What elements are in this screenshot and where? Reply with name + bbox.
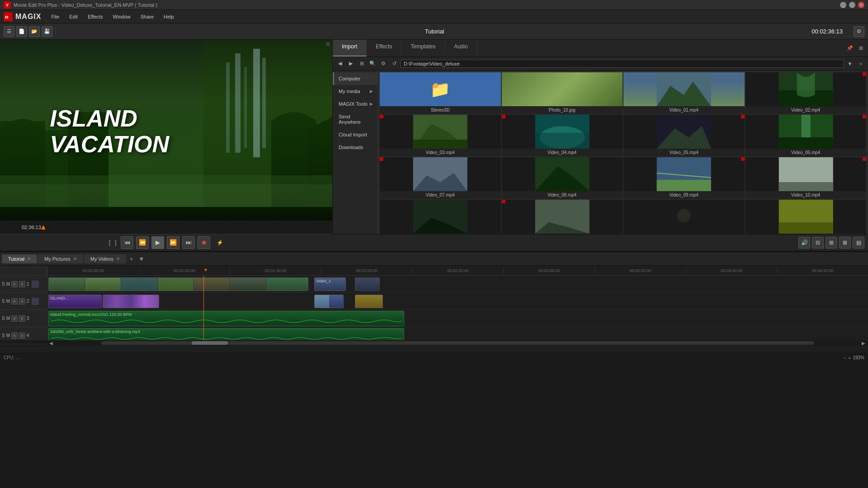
scroll-right-btn[interactable]: ▶ [862, 341, 866, 346]
track-2-ctrl1[interactable]: ≤ [11, 298, 18, 305]
refresh-button[interactable]: ↺ [390, 59, 399, 68]
volume-button[interactable]: 🔊 [798, 237, 810, 249]
timeline-tab-pictures[interactable]: My Pictures ✕ [38, 254, 83, 263]
track-4-num: 4 [27, 333, 29, 338]
media-item-stereo3d[interactable]: 📁 Stereo3D [380, 72, 501, 114]
media-item-video11[interactable]: Video_11.mp4 [380, 200, 501, 234]
audio-clip-label: Island Feeling_normal.mxcOGG 120.00 BPM [49, 311, 404, 318]
view-mode-2[interactable]: ⊞ [826, 237, 837, 249]
storyboard-btn[interactable]: ▤ [853, 237, 864, 249]
tab-videos-close[interactable]: ✕ [116, 256, 120, 261]
go-to-start-button[interactable]: ⏮ [121, 236, 133, 249]
toolbar-extra-btn[interactable]: ⚙ [854, 26, 864, 37]
media-item-video02[interactable]: Video_02.mp4 [745, 72, 867, 114]
close-button[interactable]: ✕ [858, 2, 864, 8]
left-item-send-anywhere[interactable]: Send Anywhere [333, 110, 377, 128]
tab-audio[interactable]: Audio [445, 40, 477, 56]
tab-pictures-close[interactable]: ✕ [73, 256, 77, 261]
step-forward-button[interactable]: ⏩ [167, 236, 179, 249]
track-3-ctrl1[interactable]: ≤ [11, 315, 18, 322]
media-item-video14[interactable]: Video_14.mp4 [745, 200, 867, 234]
menu-share[interactable]: Share [136, 12, 158, 21]
media-item-video03[interactable]: Video_03.mp4 [380, 115, 501, 156]
scroll-left-btn[interactable]: ◀ [49, 341, 54, 346]
svg-rect-13 [0, 184, 332, 207]
timeline-content[interactable]: Video_1 ISLAND... [47, 276, 868, 340]
panel-expand-button[interactable]: ⊞ [856, 44, 865, 53]
maximize-button[interactable]: □ [849, 2, 855, 8]
media-item-video04[interactable]: Video_04.mp4 [502, 115, 623, 156]
toolbar-open-btn[interactable]: 📂 [29, 26, 40, 37]
track-2-clip-2[interactable] [103, 295, 159, 308]
step-back-button[interactable]: ⏪ [136, 236, 149, 249]
tab-effects[interactable]: Effects [367, 40, 401, 56]
left-item-downloads[interactable]: Downloads [333, 141, 377, 154]
search-button[interactable]: 🔍 [368, 59, 377, 68]
menu-help[interactable]: Help [159, 12, 179, 21]
toolbar-menu-btn[interactable]: ☰ [4, 26, 14, 37]
track-4-ctrl2[interactable]: ≥ [19, 333, 25, 339]
track-1-clip-3[interactable] [355, 277, 380, 291]
media-item-video09[interactable]: Video_09.mp4 [623, 157, 745, 199]
media-item-video05[interactable]: Video_05.mp4 [623, 115, 745, 156]
left-item-computer[interactable]: Computer [333, 72, 377, 85]
media-item-video12[interactable]: Video_12.mp4 [502, 200, 623, 234]
go-to-end-button[interactable]: ⏭ [182, 236, 195, 249]
track-4-ctrl1[interactable]: ≤ [11, 333, 18, 339]
left-item-my-media[interactable]: My media ▶ [333, 85, 377, 98]
play-button[interactable]: ▶ [151, 236, 164, 249]
tab-menu-button[interactable]: ▼ [137, 254, 146, 263]
media-item-video08[interactable]: Video_08.mp4 [502, 157, 623, 199]
horizontal-scrollbar[interactable] [101, 341, 814, 345]
add-folder-button[interactable]: + [856, 59, 865, 68]
track-1-ctrl2[interactable]: ≥ [19, 281, 25, 287]
timeline-tab-tutorial[interactable]: Tutorial ✕ [2, 254, 37, 263]
track-3-ctrl2[interactable]: ≥ [19, 315, 25, 322]
grid-view-button[interactable]: ⊞ [357, 59, 366, 68]
nav-forward-button[interactable]: ▶ [346, 59, 355, 68]
track-4-label: S M ≤ ≥ 4 [0, 327, 47, 344]
timeline-tab-videos[interactable]: My Videos ✕ [84, 254, 126, 263]
record-button[interactable]: ⏺ [198, 236, 210, 249]
panel-pin-button[interactable]: 📌 [845, 44, 854, 53]
track-3-audio-clip[interactable]: Island Feeling_normal.mxcOGG 120.00 BPM [48, 311, 404, 326]
track-1-clip-1[interactable] [48, 277, 308, 291]
menu-edit[interactable]: Edit [65, 12, 82, 21]
media-item-photo10[interactable]: Photo_10.jpg [502, 72, 623, 114]
track-2-clip-1[interactable]: ISLAND... [48, 295, 102, 308]
media-item-video06[interactable]: Video_06.mp4 [745, 115, 867, 156]
tab-tutorial-close[interactable]: ✕ [27, 256, 31, 261]
nav-back-button[interactable]: ◀ [335, 59, 344, 68]
path-dropdown-button[interactable]: ▼ [845, 59, 854, 68]
media-item-video10[interactable]: Video_10.mp4 [745, 157, 867, 199]
media-item-video13[interactable]: Video_13.mp4 [623, 200, 745, 234]
path-bar[interactable]: D:\Footage\Video_deluxe [401, 60, 844, 68]
add-tab-button[interactable]: + [127, 254, 136, 263]
track-2-ctrl2[interactable]: ≥ [19, 298, 25, 305]
view-mode-1[interactable]: ⊟ [812, 237, 824, 249]
menu-window[interactable]: Window [108, 12, 135, 21]
track-1-ctrl1[interactable]: ≤ [11, 281, 18, 287]
scrollbar-thumb[interactable] [192, 341, 228, 345]
track-2-clip-4[interactable] [355, 295, 383, 308]
zoom-in-button[interactable]: + [848, 355, 851, 361]
tab-templates[interactable]: Templates [401, 40, 445, 56]
track-2-icon [32, 298, 39, 305]
view-mode-3[interactable]: ⊠ [839, 237, 851, 249]
zoom-out-button[interactable]: − [844, 355, 846, 361]
left-item-cloud-import[interactable]: Cloud Import [333, 128, 377, 141]
media-item-video07[interactable]: Video_07.mp4 [380, 157, 501, 199]
track-4-audio-clip[interactable]: 160280_unfz_forest-ambient-with-a-birdso… [48, 328, 404, 340]
minimize-button[interactable]: _ [840, 2, 846, 8]
tab-import[interactable]: Import [333, 40, 367, 56]
track-1-clip-2[interactable]: Video_1 [314, 277, 346, 291]
track-2-clip-3[interactable] [314, 295, 344, 308]
toolbar-save-btn[interactable]: 💾 [42, 26, 52, 37]
flash-icon: ⚡ [217, 239, 223, 246]
settings-button[interactable]: ⚙ [379, 59, 388, 68]
media-item-video01[interactable]: Video_01.mp4 [623, 72, 745, 114]
left-item-magix-tools[interactable]: MAGIX Tools ▶ [333, 98, 377, 110]
menu-effects[interactable]: Effects [83, 12, 107, 21]
menu-file[interactable]: File [47, 12, 64, 21]
toolbar-new-btn[interactable]: 📄 [16, 26, 27, 37]
